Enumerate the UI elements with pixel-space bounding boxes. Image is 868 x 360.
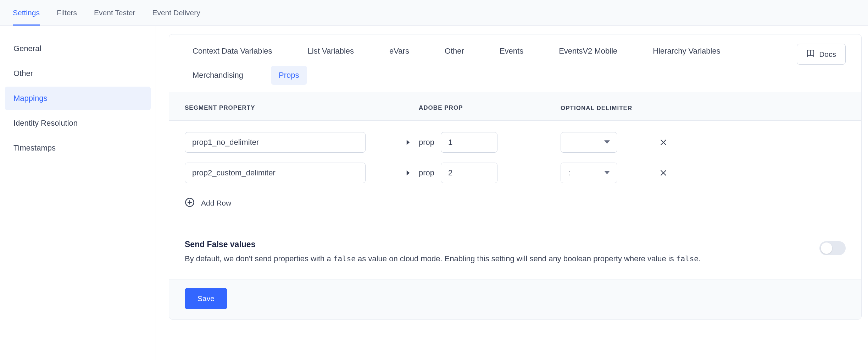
tab-settings[interactable]: Settings [13,0,40,25]
chevron-down-icon [604,137,610,148]
prop-prefix: prop [419,138,434,147]
prop-number-input[interactable] [441,132,497,153]
delimiter-select[interactable] [561,132,617,153]
plus-circle-icon [185,197,195,209]
send-false-desc: By default, we don't send properties wit… [185,253,805,265]
rows: prop [169,121,861,191]
sidebar-item-mappings[interactable]: Mappings [5,87,151,110]
docs-button[interactable]: Docs [797,44,846,65]
top-tabs: Settings Filters Event Tester Event Deli… [0,0,868,26]
remove-row-button[interactable] [653,138,674,146]
tab-filters[interactable]: Filters [57,0,77,25]
prop-number-input[interactable] [441,163,497,183]
tab-event-tester[interactable]: Event Tester [94,0,135,25]
arrow-icon [397,140,419,145]
add-row-button[interactable]: Add Row [169,191,231,220]
mapping-row: prop [185,127,846,158]
column-headers: SEGMENT PROPERTY ADOBE PROP OPTIONAL DEL… [169,92,861,121]
sidebar-item-timestamps[interactable]: Timestamps [5,136,151,160]
delimiter-select[interactable]: : [561,163,617,183]
sidebar-item-other[interactable]: Other [5,62,151,85]
col-header-segment-property: SEGMENT PROPERTY [185,104,397,113]
send-false-toggle[interactable] [819,241,846,255]
segment-property-input[interactable] [185,163,366,183]
arrow-icon [397,170,419,175]
delimiter-value: : [568,168,570,178]
section-tab-props[interactable]: Props [271,66,307,85]
section-tab-merchandising[interactable]: Merchandising [185,66,251,85]
sidebar-item-general[interactable]: General [5,37,151,60]
add-row-label: Add Row [201,199,231,207]
tab-event-delivery[interactable]: Event Delivery [152,0,200,25]
section-tab-context-data-variables[interactable]: Context Data Variables [185,42,280,61]
col-header-optional-delimiter: OPTIONAL DELIMITER [561,104,642,113]
segment-property-input[interactable] [185,132,366,153]
section-tab-list-variables[interactable]: List Variables [300,42,362,61]
section-tabs: Context Data Variables List Variables eV… [185,42,788,85]
sidebar-item-identity-resolution[interactable]: Identity Resolution [5,111,151,135]
send-false-section: Send False values By default, we don't s… [169,220,861,279]
section-tab-evars[interactable]: eVars [382,42,417,61]
docs-label: Docs [819,50,836,59]
section-tab-other[interactable]: Other [437,42,472,61]
chevron-down-icon [604,168,610,178]
save-button[interactable]: Save [185,288,227,309]
main: Context Data Variables List Variables eV… [156,26,868,360]
panel-footer: Save [169,279,861,319]
mapping-row: prop : [185,158,846,188]
section-tab-hierarchy-variables[interactable]: Hierarchy Variables [645,42,728,61]
send-false-title: Send False values [185,240,805,249]
mappings-panel: Context Data Variables List Variables eV… [169,34,862,320]
prop-prefix: prop [419,168,434,178]
col-header-adobe-prop: ADOBE PROP [419,104,561,113]
remove-row-button[interactable] [653,169,674,177]
section-tab-eventsv2-mobile[interactable]: EventsV2 Mobile [551,42,625,61]
book-icon [806,49,815,59]
sidebar: General Other Mappings Identity Resoluti… [0,26,156,360]
section-tab-events[interactable]: Events [492,42,531,61]
section-head: Context Data Variables List Variables eV… [169,34,861,85]
